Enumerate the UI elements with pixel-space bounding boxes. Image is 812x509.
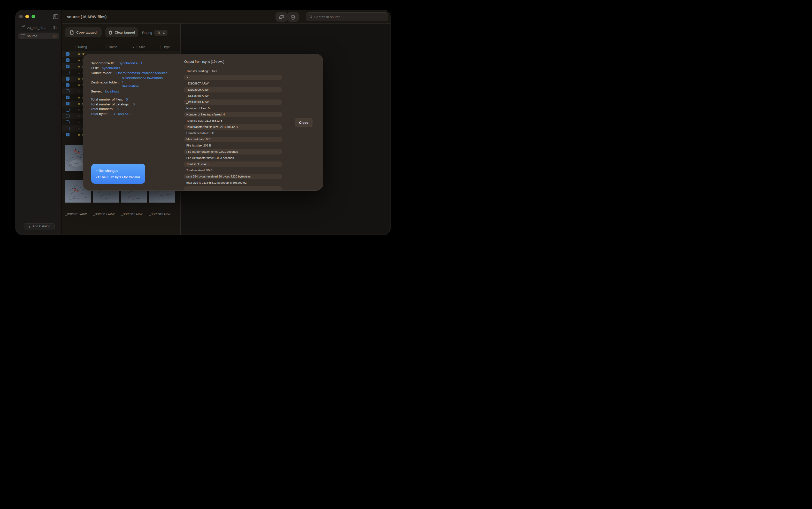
notification-line2: 211 648 512 bytes for transfer [96,174,145,180]
rsync-row: _DSC8907.ARW [184,80,282,87]
copy-tagged-button[interactable]: Copy tagged [65,27,102,37]
sort-ascending-icon[interactable] [132,45,134,49]
rsync-row: Number of files transferred: 4 [184,111,282,117]
column-header-size[interactable]: Size [139,45,145,49]
folder-plus-icon [21,34,25,38]
trash-arrow-up-icon [291,14,296,20]
document-icon [70,30,74,35]
row-checkbox[interactable] [66,114,70,118]
delete-upload-button[interactable] [287,12,299,22]
notification-line1: 4 files changed [96,167,145,174]
sidebar-item-source[interactable]: source (8) [19,33,59,39]
row-star-rating[interactable]: ★★ [77,52,86,56]
rsync-output-title: Output from rsync (19 rows) [184,60,224,64]
sidebar-item-catalog-1[interactable]: 23_apr_20... (8) [19,24,59,31]
sidebar-item-label: source [27,34,37,38]
row-checkbox[interactable] [66,96,70,99]
clear-tagged-label: Clear tagged [115,31,135,34]
rsync-row: _DSC8909.ARW [184,87,282,93]
rsync-row: File list transfer time: 0.003 seconds [184,155,282,161]
search-field[interactable] [306,12,388,21]
row-checkbox[interactable] [66,90,70,93]
server-link[interactable]: localhost [105,90,119,93]
copy-layers-button[interactable] [275,12,287,22]
app-window: 23_apr_20... (8) source (8) + Add Catalo… [15,10,391,235]
rsync-row: Total received: 50 B [184,167,282,173]
rsync-row: Matched data: 0 B [184,136,282,142]
close-button-label: Close [299,121,308,125]
rsync-row: Total sent: 254 B [184,161,282,167]
rsync-row: Transfer starting: 5 files [184,68,282,74]
transfer-notification: 4 files changed 211 648 512 bytes for tr… [91,164,145,184]
row-checkbox[interactable] [66,102,70,105]
rsync-row: total size is 211648512 speedup is 69620… [184,179,282,186]
column-header-name[interactable]: Name [109,45,117,49]
search-icon [309,14,312,20]
row-checkbox[interactable] [66,65,70,68]
traffic-close-button[interactable] [19,15,23,18]
column-header-type[interactable]: Type [164,45,170,49]
sidebar: 23_apr_20... (8) source (8) + Add Catalo… [16,10,62,235]
total-catalogs-value: 0 [133,102,135,107]
column-divider [75,45,75,49]
traffic-minimize-button[interactable] [25,15,29,18]
destination-folder-label: Destination folder: [91,80,119,84]
row-checkbox[interactable] [66,108,70,112]
stepper-chevrons-icon [163,31,165,35]
task-label: Task: [91,66,99,70]
rating-filter-label: Rating [142,31,152,35]
row-checkbox[interactable] [66,77,70,80]
rsync-row: Total transferred file size: 211648512 B [184,124,282,130]
column-header-rating[interactable]: Rating [78,45,87,49]
thumbnail-label: _DSC8913.ARW [121,213,142,216]
thumbnail-label: _DSC8912.ARW [93,213,114,216]
copy-tagged-label: Copy tagged [76,31,97,34]
source-folder-link[interactable]: /Users/thomas/Downloads/source [115,71,168,75]
rsync-output-list: Transfer starting: 5 files ./ _DSC8907.A… [184,68,282,191]
sidebar-toggle-icon[interactable] [53,14,58,19]
destination-folder-link[interactable]: /Users/thomas/Downloads/destination [122,76,163,88]
add-catalog-button[interactable]: + Add Catalog [24,223,55,230]
sync-result-dialog: Synchronize ID: Synchronize ID Task: syn… [83,54,323,191]
rsync-row: Total file size: 211648512 B [184,117,282,124]
rsync-row: Number of files: 5 [184,105,282,111]
rsync-row: _DSC8913.ARW [184,99,282,105]
row-checkbox[interactable] [66,121,70,124]
total-files-value: 5 [126,97,128,102]
plus-icon: + [28,224,31,229]
rating-stepper[interactable]: 0 [154,30,167,36]
rating-stepper-value: 0 [158,31,160,35]
task-link[interactable]: synchronize [102,66,121,70]
page-title: source (16 ARW files) [67,14,106,19]
total-catalogs-label: Total number of catalogs: [91,102,130,107]
column-divider [160,45,161,49]
rsync-row: ./ [184,74,282,80]
trash-icon [108,30,112,35]
row-checkbox[interactable] [66,133,70,136]
close-button[interactable]: Close [295,118,312,127]
row-checkbox[interactable] [66,127,70,130]
total-bytes-label: Total bytes: [91,112,108,116]
sidebar-item-label: 23_apr_20... [27,26,46,30]
sync-id-link[interactable]: Synchronize ID [119,61,142,65]
clear-tagged-button[interactable]: Clear tagged [105,27,138,37]
rsync-row: File list generation time: 0.001 seconds [184,148,282,155]
rsync-row [184,186,282,191]
row-checkbox[interactable] [66,71,70,74]
sync-info: Synchronize ID: Synchronize ID Task: syn… [91,61,176,94]
sync-totals: Total number of files: 5 Total number of… [91,97,135,116]
total-numbers-label: Total numbers: [91,107,114,112]
sidebar-item-count: (8) [53,34,57,38]
rsync-row: _DSC8910.ARW [184,93,282,99]
total-bytes-value: 211 648 512 [111,112,131,116]
row-checkbox[interactable] [66,52,70,56]
row-checkbox[interactable] [66,83,70,87]
row-checkbox[interactable] [66,58,70,62]
folder-plus-icon [21,25,25,30]
traffic-zoom-button[interactable] [32,15,35,18]
thumbnail-label: _DSC8910.ARW [65,213,87,216]
search-input[interactable] [314,15,385,19]
thumbnail-label: _DSC8918.ARW [149,213,170,216]
add-catalog-label: Add Catalog [32,225,50,228]
rsync-row: sent 254 bytes received 50 bytes 7220 by… [184,173,282,179]
